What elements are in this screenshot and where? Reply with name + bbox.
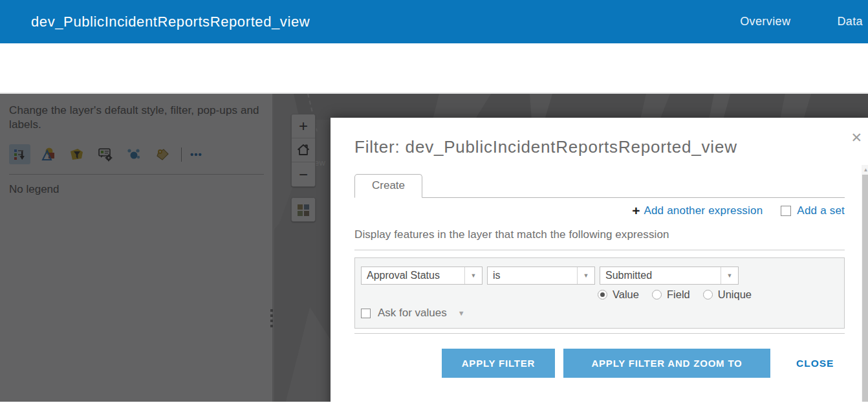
dialog-tabbar: Create [354, 173, 845, 198]
dialog-body: Filter: dev_PublicIncidentReportsReporte… [331, 118, 868, 378]
close-button[interactable]: CLOSE [796, 358, 834, 369]
add-expression-link[interactable]: Add another expression [644, 204, 763, 217]
field-dropdown[interactable]: Approval Status ▼ [361, 267, 483, 285]
divider [354, 250, 845, 250]
sub-header [0, 43, 868, 94]
field-dropdown-value: Approval Status [362, 267, 464, 284]
apply-filter-zoom-button[interactable]: APPLY FILTER AND ZOOM TO [563, 349, 770, 378]
ask-for-values-label: Ask for values [378, 307, 447, 320]
apply-filter-button[interactable]: APPLY FILTER [442, 349, 555, 378]
plus-icon: + [632, 204, 640, 217]
ask-for-values-expander-icon[interactable]: ▼ [458, 309, 465, 317]
nav-overview[interactable]: Overview [740, 15, 790, 28]
expression-sentence: Display features in the layer that match… [354, 228, 845, 241]
radio-value-control[interactable] [598, 290, 607, 300]
item-title: dev_PublicIncidentReportsReported_view [31, 14, 740, 30]
page: dev_PublicIncidentReportsReported_view O… [0, 0, 868, 403]
add-set-checkbox[interactable] [781, 206, 791, 216]
tab-create[interactable]: Create [354, 174, 422, 198]
ask-for-values-checkbox[interactable] [361, 309, 371, 318]
dialog-scrollbar[interactable]: ▲ [862, 165, 868, 402]
operator-dropdown[interactable]: is ▼ [487, 267, 595, 285]
close-icon[interactable]: ✕ [851, 131, 862, 144]
value-dropdown-value: Submitted [600, 267, 721, 284]
radio-field[interactable]: Field [652, 289, 690, 301]
chevron-down-icon[interactable]: ▼ [577, 267, 594, 284]
dialog-buttons: APPLY FILTER APPLY FILTER AND ZOOM TO CL… [442, 349, 845, 378]
chevron-down-icon[interactable]: ▼ [464, 267, 482, 284]
header-nav: Overview Data [740, 15, 864, 28]
app-header: dev_PublicIncidentReportsReported_view O… [0, 0, 868, 43]
radio-value[interactable]: Value [598, 289, 639, 301]
value-type-options: Value Field Unique [598, 289, 838, 301]
content-area: Change the layer's default style, filter… [0, 94, 868, 402]
scrollbar-thumb[interactable] [862, 175, 868, 402]
radio-field-control[interactable] [652, 290, 662, 300]
radio-value-label: Value [613, 289, 639, 301]
expression-actions: + Add another expression Add a set [354, 204, 845, 217]
radio-unique[interactable]: Unique [703, 289, 752, 301]
add-set-label[interactable]: Add a set [797, 204, 845, 217]
dialog-title: Filter: dev_PublicIncidentReportsReporte… [354, 137, 845, 157]
expression-box: Approval Status ▼ is ▼ Submitted ▼ [354, 257, 845, 329]
filter-dialog: ✕ ▲ Filter: dev_PublicIncidentReportsRep… [331, 118, 868, 402]
chevron-down-icon[interactable]: ▼ [721, 267, 738, 284]
radio-unique-control[interactable] [703, 290, 713, 300]
value-dropdown[interactable]: Submitted ▼ [600, 267, 739, 285]
ask-for-values-group: Ask for values ▼ [361, 307, 838, 320]
add-set-group: Add a set [781, 204, 845, 217]
divider [354, 333, 845, 334]
operator-dropdown-value: is [488, 267, 577, 284]
expression-row: Approval Status ▼ is ▼ Submitted ▼ [361, 267, 838, 285]
nav-data[interactable]: Data [837, 15, 863, 28]
radio-field-label: Field [667, 289, 690, 301]
scroll-up-icon[interactable]: ▲ [862, 165, 868, 174]
radio-unique-label: Unique [718, 289, 752, 301]
